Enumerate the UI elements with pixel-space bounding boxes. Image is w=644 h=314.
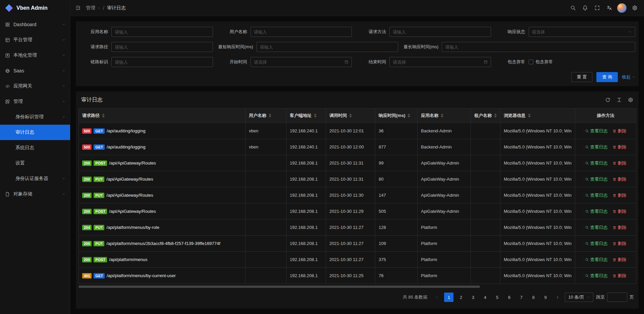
view-log-button[interactable]: 查看日志 — [585, 192, 608, 198]
sidebar-item-9[interactable]: 设置 — [0, 155, 70, 171]
user-name-cell — [246, 203, 286, 219]
sort-icon[interactable] — [528, 114, 531, 118]
column-header-4[interactable]: 响应时间(ms) — [375, 109, 418, 123]
column-height-icon[interactable] — [616, 97, 622, 103]
filter-date-picker[interactable] — [251, 57, 352, 67]
page-button-3[interactable]: 3 — [468, 293, 478, 302]
query-button[interactable]: 查 询 — [596, 72, 618, 82]
page-button-9[interactable]: 9 — [541, 293, 550, 302]
page-button-5[interactable]: 5 — [492, 293, 502, 302]
view-log-button[interactable]: 查看日志 — [585, 176, 608, 182]
filter-input[interactable] — [260, 45, 395, 50]
page-button-2[interactable]: 2 — [456, 293, 466, 302]
translate-icon[interactable] — [603, 0, 615, 16]
view-log-button[interactable]: 查看日志 — [585, 160, 608, 166]
delete-button[interactable]: 删除 — [612, 225, 627, 231]
view-log-button[interactable]: 查看日志 — [585, 225, 608, 231]
delete-button[interactable]: 删除 — [612, 273, 627, 279]
sidebar-item-6[interactable]: 身份标识管理 — [0, 109, 70, 125]
sidebar-item-2[interactable]: 本地化管理 — [0, 48, 70, 63]
filter-select-value[interactable] — [532, 29, 626, 35]
sidebar-item-7[interactable]: 审计日志 — [0, 125, 70, 140]
table-settings-icon[interactable] — [628, 97, 633, 103]
client-address-cell: 192.168.208.1 — [286, 171, 326, 187]
prev-page-button[interactable] — [432, 293, 441, 302]
column-label: 浏览器信息 — [504, 113, 526, 119]
filter-input[interactable] — [115, 45, 210, 50]
sidebar-item-4[interactable]: 应用网关 — [0, 78, 70, 94]
delete-button[interactable]: 删除 — [612, 241, 627, 247]
delete-button[interactable]: 删除 — [612, 192, 627, 198]
column-header-1[interactable]: 用户名称 — [246, 109, 286, 123]
view-log-button[interactable]: 查看日志 — [585, 128, 608, 134]
filter-label: 链路标识 — [79, 59, 111, 65]
avatar[interactable] — [617, 3, 627, 13]
app-logo[interactable]: Vben Admin — [0, 0, 70, 16]
delete-button[interactable]: 删除 — [612, 176, 627, 182]
sort-icon[interactable] — [494, 114, 497, 118]
jump-page-input[interactable] — [607, 293, 627, 302]
sort-icon[interactable] — [314, 114, 317, 118]
view-log-button[interactable]: 查看日志 — [585, 273, 608, 279]
sidebar-item-10[interactable]: 身份认证服务器 — [0, 171, 70, 186]
filter-input[interactable] — [254, 29, 349, 35]
delete-button[interactable]: 删除 — [612, 208, 627, 214]
menu-fold-icon[interactable] — [72, 0, 84, 16]
sort-icon[interactable] — [269, 114, 271, 118]
reset-button[interactable]: 重 置 — [571, 72, 593, 82]
filter-input[interactable] — [445, 45, 632, 50]
filter-input[interactable] — [115, 29, 210, 35]
page-button-4[interactable]: 4 — [480, 293, 490, 302]
view-log-button[interactable]: 查看日志 — [585, 241, 608, 247]
page-size-select[interactable]: 10 条/页 — [565, 293, 593, 302]
checkbox-box[interactable] — [529, 60, 533, 64]
scrollbar-thumb[interactable] — [78, 286, 480, 288]
column-header-0[interactable]: 请求路径 — [79, 109, 246, 123]
fullscreen-icon[interactable] — [591, 0, 603, 16]
next-page-button[interactable] — [553, 293, 562, 302]
view-log-button[interactable]: 查看日志 — [585, 144, 608, 150]
sidebar-item-1[interactable]: 平台管理 — [0, 32, 70, 48]
sidebar-item-11[interactable]: 对象存储 — [0, 186, 70, 202]
column-header-6[interactable]: 租户名称 — [471, 109, 500, 123]
column-header-3[interactable]: 调用时间 — [326, 109, 375, 123]
sidebar-item-5[interactable]: 管理 — [0, 94, 70, 109]
collapse-link[interactable]: 收起 — [622, 74, 635, 80]
column-header-5[interactable]: 应用名称 — [418, 109, 471, 123]
tenant-cell — [471, 219, 500, 236]
method-badge: PUT — [94, 177, 104, 182]
filter-input[interactable] — [115, 60, 210, 65]
page-button-8[interactable]: 8 — [529, 293, 538, 302]
refresh-icon[interactable] — [605, 97, 610, 103]
bell-icon[interactable] — [579, 0, 591, 16]
sidebar-item-0[interactable]: Dashboard — [0, 17, 70, 32]
page-button-1[interactable]: 1 — [444, 293, 453, 302]
filter-input[interactable] — [393, 29, 488, 35]
sort-icon[interactable] — [441, 114, 443, 118]
sidebar-item-label: 系统日志 — [15, 145, 65, 151]
filter-date-value[interactable] — [393, 60, 482, 65]
search-icon[interactable] — [567, 0, 579, 16]
delete-button[interactable]: 删除 — [612, 257, 627, 263]
delete-button[interactable]: 删除 — [612, 128, 627, 134]
filter-date-value[interactable] — [254, 60, 343, 65]
page-button-6[interactable]: 6 — [504, 293, 514, 302]
sort-icon[interactable] — [102, 114, 105, 118]
breadcrumb-parent[interactable]: 管理 — [86, 5, 100, 11]
include-exception-checkbox[interactable]: 包含异常 — [529, 59, 553, 65]
sort-icon[interactable] — [408, 114, 410, 118]
delete-button[interactable]: 删除 — [612, 160, 627, 166]
sort-icon[interactable] — [349, 114, 352, 118]
sidebar-item-3[interactable]: Saas — [0, 63, 70, 78]
storage-icon — [5, 192, 10, 197]
sidebar-item-8[interactable]: 系统日志 — [0, 140, 70, 155]
column-header-2[interactable]: 客户端地址 — [286, 109, 326, 123]
page-button-7[interactable]: 7 — [517, 293, 526, 302]
filter-select[interactable] — [529, 27, 636, 37]
settings-icon[interactable] — [629, 0, 641, 16]
filter-date-picker[interactable] — [389, 57, 491, 67]
view-log-button[interactable]: 查看日志 — [585, 208, 608, 214]
column-header-7[interactable]: 浏览器信息 — [500, 109, 575, 123]
delete-button[interactable]: 删除 — [612, 144, 627, 150]
view-log-button[interactable]: 查看日志 — [585, 257, 608, 263]
